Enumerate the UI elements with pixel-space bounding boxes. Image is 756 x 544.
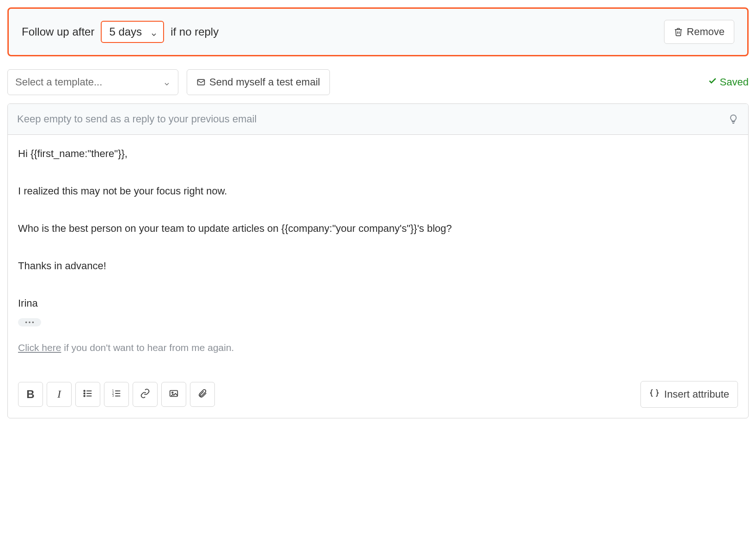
paperclip-icon: [197, 388, 207, 400]
trash-icon: [674, 27, 683, 36]
link-icon: [140, 388, 150, 400]
body-line: I realized this may not be your focus ri…: [18, 183, 738, 199]
svg-point-1: [25, 321, 27, 323]
svg-point-2: [29, 321, 30, 323]
saved-indicator: Saved: [708, 76, 749, 88]
followup-prefix: Follow up after: [22, 25, 94, 38]
link-button[interactable]: [133, 382, 158, 407]
svg-point-3: [32, 321, 34, 323]
unsubscribe-link[interactable]: Click here: [18, 342, 61, 353]
svg-point-4: [84, 390, 85, 392]
template-placeholder: Select a template...: [15, 76, 102, 88]
svg-point-8: [84, 395, 85, 397]
svg-text:3: 3: [112, 394, 114, 397]
followup-suffix: if no reply: [171, 25, 219, 38]
unsubscribe-line: Click here if you don't want to hear fro…: [18, 340, 738, 355]
subject-row: [8, 104, 748, 135]
italic-button[interactable]: I: [47, 382, 72, 407]
insert-attribute-label: Insert attribute: [664, 388, 729, 400]
braces-icon: [649, 388, 659, 401]
followup-delay-value: 5 days: [109, 25, 142, 38]
body-line: Thanks in advance!: [18, 258, 738, 273]
email-editor: Hi {{first_name:"there"}}, I realized th…: [7, 103, 749, 418]
checkmark-icon: [708, 76, 717, 88]
controls-row: Select a template... Send myself a test …: [7, 69, 749, 95]
chevron-down-icon: [163, 79, 171, 86]
unsubscribe-text: if you don't want to hear from me again.: [61, 342, 234, 353]
image-button[interactable]: [161, 382, 186, 407]
numbered-list-button[interactable]: 123: [104, 382, 129, 407]
bullet-list-icon: [83, 388, 93, 400]
followup-delay-select[interactable]: 5 days: [101, 21, 164, 43]
remove-button[interactable]: Remove: [664, 20, 734, 44]
mail-icon: [196, 78, 206, 87]
svg-point-17: [172, 392, 173, 393]
image-icon: [169, 388, 179, 400]
bullet-list-button[interactable]: [75, 382, 100, 407]
send-test-label: Send myself a test email: [209, 76, 320, 88]
trimmed-content-toggle[interactable]: [18, 318, 41, 326]
editor-toolbar: B I 123: [8, 373, 748, 418]
insert-attribute-button[interactable]: Insert attribute: [640, 381, 738, 408]
email-body[interactable]: Hi {{first_name:"there"}}, I realized th…: [8, 135, 748, 373]
svg-point-6: [84, 393, 85, 394]
bold-button[interactable]: B: [18, 382, 43, 407]
send-test-email-button[interactable]: Send myself a test email: [187, 69, 330, 95]
attachment-button[interactable]: [190, 382, 215, 407]
body-line: Hi {{first_name:"there"}},: [18, 146, 738, 161]
signature: Irina: [18, 296, 738, 311]
lightbulb-icon[interactable]: [728, 114, 739, 125]
numbered-list-icon: 123: [111, 388, 122, 400]
chevron-down-icon: [150, 28, 158, 36]
saved-label: Saved: [720, 76, 749, 88]
followup-bar: Follow up after 5 days if no reply Remov…: [7, 7, 749, 56]
template-select[interactable]: Select a template...: [7, 69, 178, 95]
ellipsis-icon: [24, 320, 35, 325]
subject-input[interactable]: [17, 104, 728, 134]
body-line: Who is the best person on your team to u…: [18, 221, 738, 236]
remove-label: Remove: [687, 26, 725, 38]
